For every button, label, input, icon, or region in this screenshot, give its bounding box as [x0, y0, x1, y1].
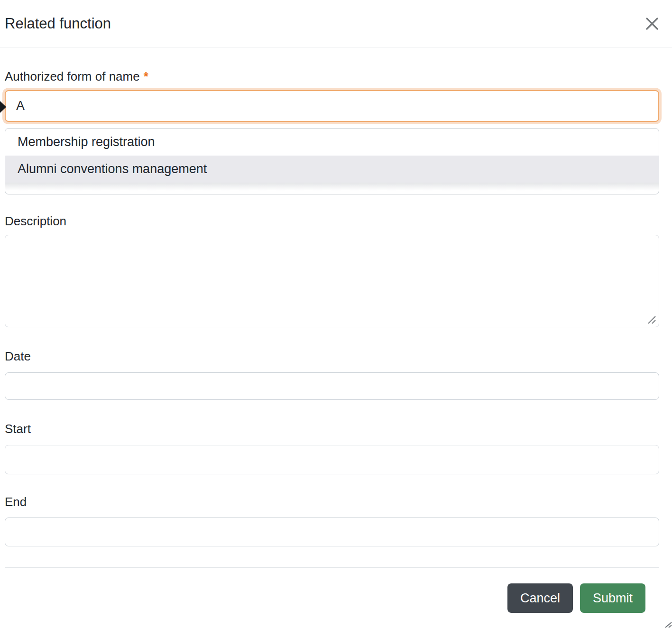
required-asterisk: *: [144, 69, 148, 83]
end-label: End: [5, 493, 659, 510]
authorized-form-input[interactable]: [5, 90, 659, 122]
authorized-form-label-text: Authorized form of name: [5, 69, 140, 83]
resize-grip-icon[interactable]: [646, 314, 657, 325]
autocomplete-footer-space: [5, 183, 659, 194]
field-authorized-form-of-name: Authorized form of name* Membership regi…: [5, 68, 659, 194]
autocomplete-dropdown: Membership registration Alumni conventio…: [5, 128, 659, 194]
corner-resize-icon[interactable]: [665, 622, 672, 628]
dialog-body: Authorized form of name* Membership regi…: [0, 68, 672, 613]
cancel-button[interactable]: Cancel: [507, 583, 573, 613]
close-button[interactable]: [642, 13, 663, 34]
description-label: Description: [5, 212, 659, 230]
date-input[interactable]: [5, 372, 659, 400]
close-icon: [643, 15, 661, 33]
submit-button[interactable]: Submit: [580, 583, 645, 613]
authorized-form-label: Authorized form of name*: [5, 68, 659, 85]
date-label: Date: [5, 348, 659, 365]
description-textarea-wrap: [5, 235, 659, 327]
dialog-header: Related function: [0, 0, 672, 47]
field-start: Start: [5, 420, 659, 474]
start-label: Start: [5, 420, 659, 437]
autocomplete-option-alumni-conventions-management[interactable]: Alumni conventions management: [5, 156, 659, 183]
end-input[interactable]: [5, 517, 659, 546]
autocomplete-option-membership-registration[interactable]: Membership registration: [5, 129, 659, 156]
authorized-form-input-wrap: [5, 90, 659, 122]
description-textarea[interactable]: [5, 235, 659, 327]
field-description: Description: [5, 212, 659, 327]
dialog-title: Related function: [5, 15, 111, 32]
field-end: End: [5, 493, 659, 546]
start-input[interactable]: [5, 445, 659, 474]
dialog-footer: Cancel Submit: [5, 567, 659, 613]
related-function-dialog: Related function Authorized form of name…: [0, 0, 672, 613]
field-date: Date: [5, 348, 659, 400]
